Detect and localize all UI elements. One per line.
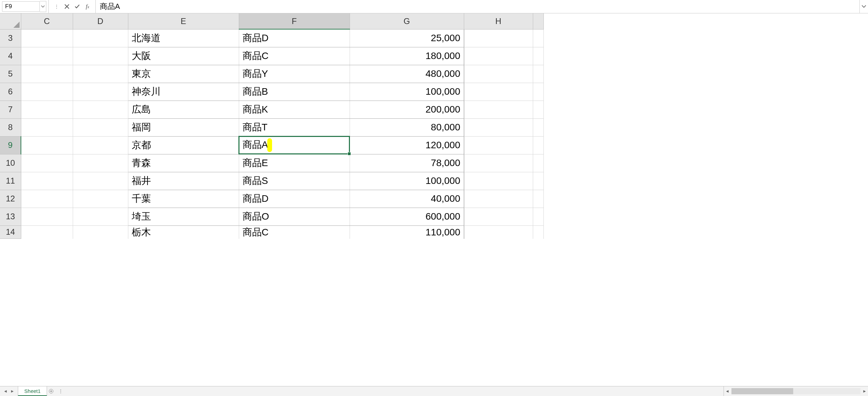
cell[interactable]: [464, 154, 533, 172]
cell[interactable]: 東京: [128, 65, 239, 83]
cell[interactable]: [533, 65, 543, 83]
cell[interactable]: [464, 118, 533, 136]
formula-bar-expand-button[interactable]: [859, 0, 868, 13]
cell[interactable]: [21, 190, 73, 208]
spreadsheet-grid[interactable]: CDEFGH 3北海道商品D25,0004大阪商品C180,0005東京商品Y4…: [0, 13, 868, 386]
row-header[interactable]: 14: [0, 225, 21, 239]
column-header-F[interactable]: F: [239, 13, 350, 29]
cell[interactable]: 商品C: [239, 47, 350, 65]
cell[interactable]: [533, 101, 543, 118]
scroll-left-icon[interactable]: ◄: [724, 389, 731, 394]
cell[interactable]: [73, 29, 128, 47]
cell[interactable]: 栃木: [128, 225, 239, 239]
column-header-E[interactable]: E: [128, 13, 239, 29]
cell[interactable]: [533, 154, 543, 172]
cell[interactable]: 40,000: [350, 190, 464, 208]
cell[interactable]: [21, 172, 73, 190]
name-box-dropdown[interactable]: [40, 1, 46, 12]
cell[interactable]: [73, 47, 128, 65]
sheet-nav-next-icon[interactable]: ►: [10, 388, 15, 394]
row-header[interactable]: 4: [0, 47, 21, 65]
cell[interactable]: 80,000: [350, 118, 464, 136]
horizontal-scrollbar[interactable]: ◄ ►: [724, 386, 868, 396]
row-header[interactable]: 5: [0, 65, 21, 83]
cell[interactable]: 京都: [128, 136, 239, 154]
cell[interactable]: 商品D: [239, 29, 350, 47]
cell[interactable]: [21, 29, 73, 47]
cell[interactable]: 110,000: [350, 225, 464, 239]
scrollbar-track[interactable]: [731, 388, 860, 394]
row-header[interactable]: 6: [0, 83, 21, 101]
cell[interactable]: [464, 190, 533, 208]
cell[interactable]: 商品T: [239, 118, 350, 136]
row-header[interactable]: 3: [0, 29, 21, 47]
formula-bar-menu-icon[interactable]: ⋮: [51, 4, 62, 9]
cell[interactable]: [21, 83, 73, 101]
column-header-H[interactable]: H: [464, 13, 533, 29]
cell[interactable]: [21, 118, 73, 136]
cell[interactable]: [73, 190, 128, 208]
cell[interactable]: [533, 208, 543, 225]
sheet-tab-menu[interactable]: ⋮: [55, 386, 66, 396]
row-header[interactable]: 11: [0, 172, 21, 190]
cell[interactable]: 100,000: [350, 172, 464, 190]
insert-function-button[interactable]: fx: [82, 1, 93, 12]
select-all-corner[interactable]: [0, 13, 21, 29]
cell[interactable]: [464, 47, 533, 65]
cell[interactable]: [533, 118, 543, 136]
cell[interactable]: 商品E: [239, 154, 350, 172]
cell[interactable]: [533, 225, 543, 239]
cell[interactable]: 福井: [128, 172, 239, 190]
cell[interactable]: [73, 225, 128, 239]
cell[interactable]: [21, 65, 73, 83]
cell[interactable]: 千葉: [128, 190, 239, 208]
cell[interactable]: 200,000: [350, 101, 464, 118]
cell[interactable]: 600,000: [350, 208, 464, 225]
cell[interactable]: 商品K: [239, 101, 350, 118]
sheet-tab-active[interactable]: Sheet1: [18, 386, 47, 396]
cell[interactable]: [73, 65, 128, 83]
cell[interactable]: [464, 65, 533, 83]
cell[interactable]: [73, 208, 128, 225]
cell[interactable]: 100,000: [350, 83, 464, 101]
scrollbar-thumb[interactable]: [731, 388, 793, 394]
cell[interactable]: 商品D: [239, 190, 350, 208]
cell[interactable]: [533, 83, 543, 101]
cell[interactable]: 埼玉: [128, 208, 239, 225]
cell[interactable]: 78,000: [350, 154, 464, 172]
cell[interactable]: [464, 101, 533, 118]
cell[interactable]: 北海道: [128, 29, 239, 47]
cell[interactable]: [73, 136, 128, 154]
cell[interactable]: 25,000: [350, 29, 464, 47]
cell[interactable]: 青森: [128, 154, 239, 172]
cell[interactable]: 120,000: [350, 136, 464, 154]
confirm-edit-button[interactable]: [72, 1, 82, 12]
cell[interactable]: 大阪: [128, 47, 239, 65]
cell[interactable]: 福岡: [128, 118, 239, 136]
cell[interactable]: [533, 190, 543, 208]
row-header[interactable]: 9: [0, 136, 21, 154]
cell[interactable]: [21, 154, 73, 172]
row-header[interactable]: 12: [0, 190, 21, 208]
column-header-C[interactable]: C: [21, 13, 73, 29]
row-header[interactable]: 13: [0, 208, 21, 225]
cell[interactable]: [73, 172, 128, 190]
cell[interactable]: 神奈川: [128, 83, 239, 101]
cell[interactable]: [21, 136, 73, 154]
cell[interactable]: [21, 208, 73, 225]
cell[interactable]: 商品A: [239, 136, 350, 154]
row-header[interactable]: 10: [0, 154, 21, 172]
cell[interactable]: 商品B: [239, 83, 350, 101]
row-header[interactable]: 8: [0, 118, 21, 136]
sheet-nav-buttons[interactable]: ◄ ►: [0, 386, 18, 396]
name-box[interactable]: F9: [2, 1, 40, 12]
cell[interactable]: [533, 47, 543, 65]
cell[interactable]: [464, 136, 533, 154]
cell[interactable]: 商品Y: [239, 65, 350, 83]
cell[interactable]: [464, 172, 533, 190]
row-header[interactable]: 7: [0, 101, 21, 118]
cancel-edit-button[interactable]: [62, 1, 72, 12]
cell[interactable]: 広島: [128, 101, 239, 118]
cell[interactable]: [464, 208, 533, 225]
cell[interactable]: [533, 29, 543, 47]
